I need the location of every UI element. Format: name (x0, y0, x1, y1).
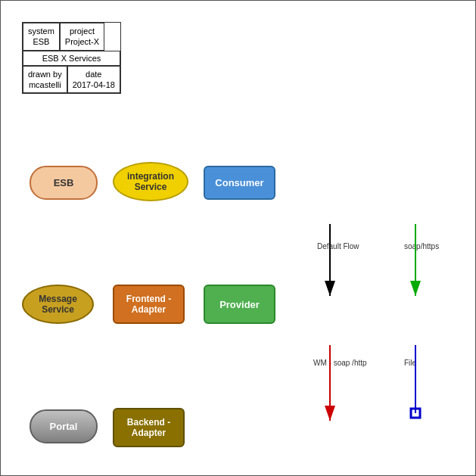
provider-shape: Provider (204, 285, 275, 324)
file-label: File (404, 358, 416, 368)
drawn-by-cell: drawn by mcastelli (23, 66, 67, 94)
system-cell: system ESB (23, 23, 60, 51)
default-flow-label: Default Flow (317, 241, 359, 251)
consumer-shape: Consumer (204, 166, 275, 200)
date-cell: date 2017-04-18 (67, 66, 120, 94)
backend-adapter-shape: Backend -Adapter (113, 408, 185, 447)
project-cell: project Project-X (60, 23, 104, 51)
portal-shape: Portal (30, 409, 98, 443)
integration-service-shape: integration Service (113, 162, 188, 201)
frontend-adapter-shape: Frontend -Adapter (113, 285, 185, 324)
title-block: system ESB project Project-X ESB X Servi… (22, 22, 121, 94)
message-service-shape: Message Service (22, 285, 94, 324)
esb-shape: ESB (30, 166, 98, 200)
wm-soap-http-label: WM - soap /http (313, 358, 367, 368)
services-cell: ESB X Services (23, 51, 120, 66)
soap-https-label: soap/https (404, 241, 439, 251)
